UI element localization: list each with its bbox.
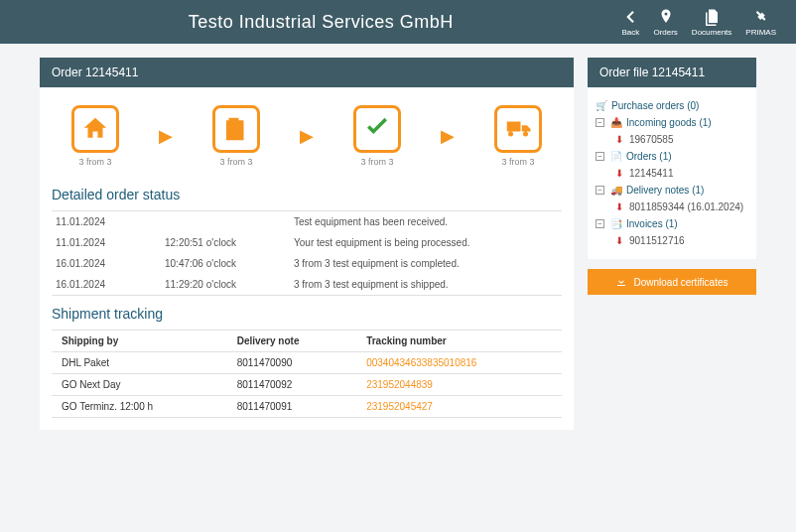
arrow-icon: ▶ — [159, 125, 173, 147]
pdf-icon: ⬇ — [613, 235, 625, 247]
order-panel-body: 3 from 3 ▶ 3 from 3 ▶ 3 from 3 ▶ — [40, 87, 574, 430]
download-label: Download certificates — [633, 277, 728, 288]
ship-carrier: GO Terminz. 12:00 h — [52, 396, 227, 418]
table-row: GO Terminz. 12:00 h 8011470091 231952045… — [52, 396, 562, 418]
detail-status-title: Detailed order status — [52, 187, 562, 202]
order-file-panel: Order file 12145411 🛒 Purchase orders (0… — [588, 58, 756, 430]
arrow-icon: ▶ — [300, 125, 314, 147]
step-caption: 3 from 3 — [78, 157, 111, 167]
status-date: 11.01.2024 — [52, 232, 161, 253]
pdf-icon: ⬇ — [613, 134, 625, 146]
tree-item-delivery[interactable]: − 🚚 Delivery notes (1) — [596, 182, 748, 199]
order-panel: Order 12145411 3 from 3 ▶ 3 from 3 ▶ — [40, 58, 574, 430]
tracking-link[interactable]: 231952044839 — [356, 374, 562, 396]
step-completed: 3 from 3 — [353, 105, 401, 167]
cart-icon: 🛒 — [596, 100, 607, 112]
tree-label: Delivery notes (1) — [626, 183, 704, 198]
col-tracking: Tracking number — [356, 331, 562, 352]
clipboard-icon — [212, 105, 260, 153]
tree-label: 9011512716 — [629, 233, 685, 248]
table-row: GO Next Day 8011470092 231952044839 — [52, 374, 562, 396]
ship-carrier: GO Next Day — [52, 374, 227, 396]
download-certificates-button[interactable]: Download certificates — [588, 269, 756, 295]
table-row: 16.01.2024 10:47:06 o'clock 3 from 3 tes… — [52, 253, 562, 274]
order-panel-title: Order 12145411 — [40, 58, 574, 87]
tree-item-orders[interactable]: − 📄 Orders (1) — [596, 148, 748, 165]
pdf-icon: ⬇ — [613, 168, 625, 180]
ship-note: 8011470092 — [227, 374, 357, 396]
tree-label: Purchase orders (0) — [611, 98, 699, 113]
table-row: DHL Paket 8011470090 0034043463383501081… — [52, 352, 562, 374]
documents-label: Documents — [692, 28, 731, 37]
tree-label: 12145411 — [629, 166, 674, 181]
collapse-icon[interactable]: − — [596, 152, 604, 161]
step-shipped: 3 from 3 — [494, 105, 542, 167]
table-row: 16.01.2024 11:29:20 o'clock 3 from 3 tes… — [52, 274, 562, 296]
status-msg: 3 from 3 test equipment is completed. — [290, 253, 562, 274]
orders-folder-icon: 📄 — [610, 151, 622, 163]
col-shipping: Shipping by — [52, 331, 227, 352]
tracking-link[interactable]: 231952045427 — [356, 396, 562, 418]
tree-label: Invoices (1) — [626, 216, 678, 231]
shipment-table: Shipping by Delivery note Tracking numbe… — [52, 330, 562, 418]
collapse-icon[interactable]: − — [596, 186, 604, 195]
shipment-title: Shipment tracking — [52, 306, 562, 322]
tree-item-order-doc[interactable]: ⬇ 12145411 — [596, 165, 748, 182]
status-time: 12:20:51 o'clock — [161, 232, 290, 253]
status-date: 16.01.2024 — [52, 253, 161, 274]
pdf-icon: ⬇ — [613, 201, 625, 213]
back-icon — [621, 8, 639, 26]
step-caption: 3 from 3 — [219, 157, 252, 167]
ship-carrier: DHL Paket — [52, 352, 227, 374]
download-icon — [615, 276, 627, 288]
tree-label: Orders (1) — [626, 149, 672, 164]
tree-item-invoices[interactable]: − 📑 Invoices (1) — [596, 215, 748, 232]
tree-label: 19670585 — [629, 132, 674, 147]
documents-icon — [703, 8, 721, 26]
app-title: Testo Industrial Services GmbH — [20, 12, 621, 33]
primas-label: PRIMAS — [745, 28, 776, 37]
inbox-icon: 📥 — [610, 117, 622, 129]
primas-icon — [752, 8, 770, 26]
pin-icon — [657, 8, 675, 26]
table-row: 11.01.2024 Test equipment has been recei… — [52, 211, 562, 233]
orders-button[interactable]: Orders — [653, 8, 677, 37]
ship-note: 8011470090 — [227, 352, 357, 374]
tree-item-incoming[interactable]: − 📥 Incoming goods (1) — [596, 114, 748, 131]
status-msg: Test equipment has been received. — [290, 211, 562, 233]
tracking-link[interactable]: 00340434633835010816 — [356, 352, 562, 374]
primas-button[interactable]: PRIMAS — [745, 8, 776, 37]
status-table: 11.01.2024 Test equipment has been recei… — [52, 210, 562, 296]
step-caption: 3 from 3 — [501, 157, 534, 167]
tree-item-purchase-orders[interactable]: 🛒 Purchase orders (0) — [596, 97, 748, 114]
truck-icon — [494, 105, 542, 153]
order-file-title: Order file 12145411 — [588, 58, 756, 87]
status-date: 16.01.2024 — [52, 274, 161, 296]
tree-label: 8011859344 (16.01.2024) — [629, 200, 743, 214]
house-icon — [71, 105, 119, 153]
back-button[interactable]: Back — [621, 8, 639, 37]
status-time — [161, 211, 290, 233]
col-note: Delivery note — [227, 331, 357, 352]
progress-steps: 3 from 3 ▶ 3 from 3 ▶ 3 from 3 ▶ — [52, 99, 562, 177]
status-msg: Your test equipment is being processed. — [290, 232, 562, 253]
ship-note: 8011470091 — [227, 396, 357, 418]
table-row: 11.01.2024 12:20:51 o'clock Your test eq… — [52, 232, 562, 253]
collapse-icon[interactable]: − — [596, 219, 604, 228]
step-caption: 3 from 3 — [360, 157, 393, 167]
file-tree: 🛒 Purchase orders (0) − 📥 Incoming goods… — [588, 87, 756, 259]
delivery-icon: 🚚 — [610, 185, 622, 197]
tree-item-invoice-doc[interactable]: ⬇ 9011512716 — [596, 232, 748, 249]
top-bar: Testo Industrial Services GmbH Back Orde… — [0, 0, 796, 44]
status-time: 11:29:20 o'clock — [161, 274, 290, 296]
step-received: 3 from 3 — [71, 105, 119, 167]
back-label: Back — [622, 28, 640, 37]
orders-label: Orders — [653, 28, 677, 37]
collapse-icon[interactable]: − — [596, 118, 604, 127]
documents-button[interactable]: Documents — [692, 8, 731, 37]
tree-item-incoming-doc[interactable]: ⬇ 19670585 — [596, 131, 748, 148]
status-msg: 3 from 3 test equipment is shipped. — [290, 274, 562, 296]
status-time: 10:47:06 o'clock — [161, 253, 290, 274]
check-icon — [353, 105, 401, 153]
tree-item-delivery-doc[interactable]: ⬇ 8011859344 (16.01.2024) — [596, 199, 748, 215]
